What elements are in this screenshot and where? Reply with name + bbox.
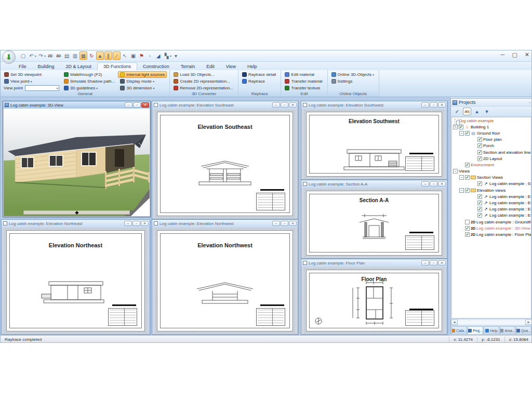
close-button[interactable]: ✕ [438,181,446,187]
restore-button[interactable]: ▫ [132,221,140,226]
load-3d-objects--button[interactable]: Load 3D Objects... [171,71,235,78]
window-titlebar[interactable]: Log cabin example: Elevation Northeast ─… [2,220,150,227]
tab-2d-layout[interactable]: 2D & Layout [60,63,98,70]
view-point-button[interactable]: View point▾ [2,78,61,85]
tree-expander-icon[interactable]: − [453,169,458,174]
view-point-select[interactable]: ▾ [25,85,59,91]
minimize-button[interactable]: ─ [272,102,280,108]
move-up-button[interactable]: ▲ [473,108,481,115]
sheet-canvas[interactable]: Elevation Southeast [153,109,297,218]
tree-item[interactable]: 2DLog cabin example : Groundfloor [452,219,531,225]
tab-help[interactable]: Help [242,63,263,70]
tree-item[interactable]: ✓↗Log cabin example : Elevation Sout [452,193,531,200]
tree-item[interactable]: ✓Porch [452,143,531,149]
tree-checkbox[interactable]: ✓ [477,201,482,205]
tab-edit[interactable]: Edit [201,63,220,70]
tab-terrain[interactable]: Terrain [175,63,201,70]
refresh-icon[interactable]: ↻ [88,51,96,60]
more-icon[interactable]: ▾ [172,51,180,60]
close-button[interactable]: ✕ [525,51,529,58]
close-button[interactable]: ✕ [141,221,149,226]
raytrace-button[interactable]: Raytrace [240,78,278,85]
tab-building[interactable]: Building [32,63,60,70]
close-button[interactable]: ✕ [289,221,297,226]
tab-projects[interactable]: Proj... [468,326,483,334]
tree-expander-icon[interactable]: − [459,131,464,136]
copy-view-icon[interactable]: ▣ [129,51,137,60]
view-3d-icon[interactable]: 3D [55,51,62,60]
tree-checkbox[interactable]: ✓ [465,131,470,136]
new-window-icon[interactable]: ▫ [146,51,154,60]
duplicate-icon[interactable]: ▚ [163,51,170,60]
close-button[interactable]: ✕ [438,260,446,265]
minimize-button[interactable]: ─ [125,102,132,108]
tree-checkbox[interactable]: ✓ [465,226,470,231]
tree-checkbox[interactable]: ✓ [477,156,482,161]
split-horizontal-icon[interactable]: ▤ [63,51,71,60]
scroll-track[interactable] [458,320,525,325]
grid-icon[interactable]: ▦ [79,51,87,60]
redo-icon[interactable]: ↷ [37,51,45,60]
select-mode-icon[interactable]: ▲ [96,51,104,60]
duplicate-icon-dropdown[interactable]: ▾ [170,54,171,58]
minimize-button[interactable]: ─ [501,51,505,58]
tree-item[interactable]: ✓↗Log cabin example : Elevation Nort [452,212,531,219]
tree-item[interactable]: −✓⌂Building 1 [452,124,531,130]
window-titlebar[interactable]: Log cabin example: Elevation Southeast ─… [152,101,298,109]
restore-button[interactable]: ▫ [281,102,288,108]
raytrace-detail-button[interactable]: Raytrace detail [240,71,278,78]
tab-area[interactable]: Area... [500,326,515,334]
redo-icon-dropdown[interactable]: ▾ [44,54,46,58]
walkthrough-f2--button[interactable]: Walkthrough (F2) [62,71,117,78]
sheet-canvas[interactable]: Elevation Northeast [2,227,149,334]
internal-light-sources-button[interactable]: Internal light sources [118,71,167,78]
measure-icon[interactable]: ∕ [113,51,121,60]
scroll-left-button[interactable]: ◄ [451,320,458,325]
restore-button[interactable]: ▫ [281,221,288,226]
tree-item[interactable]: ✓↗Log cabin example : Section A-A [452,181,531,187]
simulate-shadow-path--button[interactable]: Simulate Shadow path... [62,78,117,85]
tab-construction[interactable]: Construction [137,63,175,70]
tree-expander-icon[interactable]: − [459,188,464,193]
minimize-button[interactable]: ─ [272,221,280,226]
online-3d-objects-button[interactable]: Online 3D-Objects▾ [329,71,376,78]
tree-checkbox[interactable]: ✓ [465,163,470,167]
tree-checkbox[interactable]: ✓ [465,232,470,237]
rename-button[interactable]: ab| [463,108,471,115]
tab-file[interactable]: File [13,63,32,70]
tree-item[interactable]: ✓↗Log cabin example : Elevation Nort [452,200,531,206]
tree-item[interactable]: ✓2D Layout [452,155,531,162]
tree-expander-icon[interactable]: − [459,175,464,180]
tree-item[interactable]: −✓Section Views [452,175,531,181]
slider-knob[interactable] [75,211,78,215]
minimize-button[interactable]: ─ [421,102,429,108]
apply-button[interactable]: ✓ [453,108,461,115]
panel-pin-icon[interactable]: ▫ [529,100,530,105]
close-button[interactable]: ✕ [289,102,297,108]
restore-button[interactable]: ▫ [430,102,437,108]
undo-icon[interactable]: ↶ [28,51,35,60]
restore-button[interactable]: ▫ [430,260,437,265]
walkthrough-slider[interactable] [23,210,130,215]
split-vertical-icon[interactable]: ▥ [71,51,79,60]
flag-icon[interactable]: ⚑ [138,51,145,60]
window-titlebar[interactable]: Log cabin example: Section A-A ─ ▫ ✕ [301,180,447,188]
tree-checkbox[interactable]: ✓ [477,213,482,218]
display-mode-button[interactable]: Display mode▾ [118,78,167,85]
tab-help[interactable]: Help [484,326,499,334]
sheet-canvas[interactable]: Floor Plan [302,267,446,334]
window-titlebar[interactable]: Log cabin example: Elevation Southwest ─… [301,101,447,109]
minimize-button[interactable]: ─ [124,221,132,226]
tree-checkbox[interactable] [465,220,470,224]
restore-button[interactable]: ▫ [133,102,141,108]
tab-3d-functions[interactable]: 3D Functions [97,62,137,70]
tree-expander-icon[interactable]: − [453,125,458,129]
scroll-right-button[interactable]: ► [525,320,532,325]
move-down-button[interactable]: ▼ [483,108,491,115]
wedge-icon[interactable]: ◢ [154,51,162,60]
tree-checkbox[interactable]: ✓ [477,194,482,199]
window-titlebar[interactable]: Log cabin example: Floor Plan ─ ▫ ✕ [301,259,447,267]
tree-item[interactable]: −Views [452,168,531,175]
tree-item[interactable]: ✓Floor plan [452,137,531,143]
maximize-button[interactable]: ▢ [512,51,517,58]
